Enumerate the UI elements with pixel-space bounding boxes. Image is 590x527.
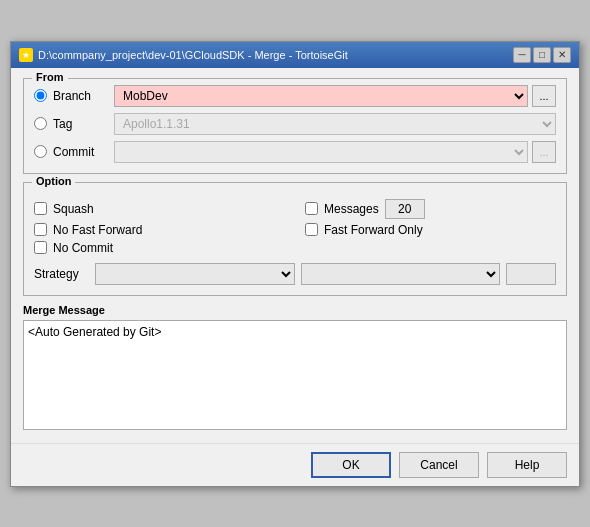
title-bar: ★ D:\commpany_project\dev-01\GCloudSDK -… <box>11 42 579 68</box>
strategy-label: Strategy <box>34 267 89 281</box>
tag-radio[interactable] <box>34 117 47 130</box>
commit-radio-label: Commit <box>53 145 108 159</box>
branch-row: Branch MobDev ... <box>34 85 556 107</box>
messages-checkbox[interactable] <box>305 202 318 215</box>
commit-dots-button[interactable]: ... <box>532 141 556 163</box>
strategy-row: Strategy <box>34 263 556 285</box>
maximize-button[interactable]: □ <box>533 47 551 63</box>
merge-message-label: Merge Message <box>23 304 567 316</box>
squash-label: Squash <box>53 202 94 216</box>
squash-checkbox[interactable] <box>34 202 47 215</box>
minimize-button[interactable]: ─ <box>513 47 531 63</box>
commit-combo-wrapper: ... <box>114 141 556 163</box>
help-button[interactable]: Help <box>487 452 567 478</box>
option-group: Option Squash Messages No Fast Forward <box>23 182 567 296</box>
branch-select[interactable]: MobDev <box>114 85 528 107</box>
tag-row: Tag Apollo1.1.31 <box>34 113 556 135</box>
fast-forward-only-label: Fast Forward Only <box>324 223 423 237</box>
strategy-select-1[interactable] <box>95 263 295 285</box>
from-group: From Branch MobDev ... Tag Apollo1. <box>23 78 567 174</box>
dialog-content: From Branch MobDev ... Tag Apollo1. <box>11 68 579 443</box>
fast-forward-only-row: Fast Forward Only <box>305 223 556 237</box>
app-icon: ★ <box>19 48 33 62</box>
no-fast-forward-checkbox[interactable] <box>34 223 47 236</box>
footer: OK Cancel Help <box>11 443 579 486</box>
no-commit-checkbox[interactable] <box>34 241 47 254</box>
branch-radio[interactable] <box>34 89 47 102</box>
tag-radio-label: Tag <box>53 117 108 131</box>
title-bar-buttons: ─ □ ✕ <box>513 47 571 63</box>
branch-combo-wrapper: MobDev ... <box>114 85 556 107</box>
ok-button[interactable]: OK <box>311 452 391 478</box>
commit-radio[interactable] <box>34 145 47 158</box>
window-title: D:\commpany_project\dev-01\GCloudSDK - M… <box>38 49 348 61</box>
tag-combo-wrapper: Apollo1.1.31 <box>114 113 556 135</box>
cancel-button[interactable]: Cancel <box>399 452 479 478</box>
title-bar-left: ★ D:\commpany_project\dev-01\GCloudSDK -… <box>19 48 348 62</box>
strategy-extra-input[interactable] <box>506 263 556 285</box>
no-fast-forward-label: No Fast Forward <box>53 223 142 237</box>
close-button[interactable]: ✕ <box>553 47 571 63</box>
messages-label: Messages <box>324 202 379 216</box>
fast-forward-only-checkbox[interactable] <box>305 223 318 236</box>
main-window: ★ D:\commpany_project\dev-01\GCloudSDK -… <box>10 41 580 487</box>
merge-message-textarea[interactable]: <Auto Generated by Git> <box>23 320 567 430</box>
option-grid: Squash Messages No Fast Forward Fast For… <box>34 189 556 255</box>
branch-radio-label: Branch <box>53 89 108 103</box>
option-group-label: Option <box>32 175 75 187</box>
messages-row: Messages <box>305 199 556 219</box>
commit-row: Commit ... <box>34 141 556 163</box>
commit-select[interactable] <box>114 141 528 163</box>
tag-select[interactable]: Apollo1.1.31 <box>114 113 556 135</box>
squash-row: Squash <box>34 199 285 219</box>
no-commit-label: No Commit <box>53 241 113 255</box>
no-fast-forward-row: No Fast Forward <box>34 223 285 237</box>
merge-message-section: Merge Message <Auto Generated by Git> <box>23 304 567 433</box>
from-group-label: From <box>32 71 68 83</box>
branch-dots-button[interactable]: ... <box>532 85 556 107</box>
strategy-select-2[interactable] <box>301 263 501 285</box>
no-commit-row: No Commit <box>34 241 285 255</box>
messages-input[interactable] <box>385 199 425 219</box>
